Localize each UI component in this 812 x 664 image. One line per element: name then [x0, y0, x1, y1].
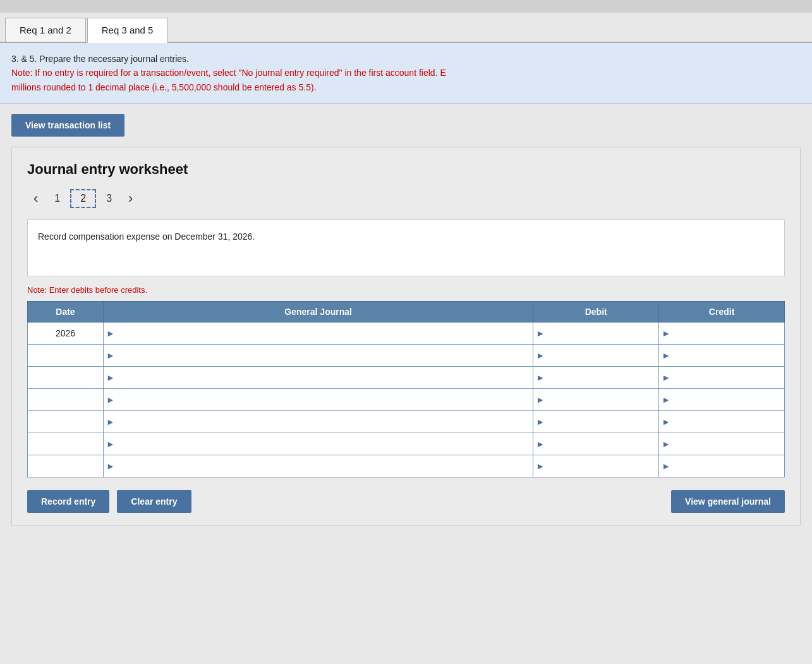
credit-cell-0[interactable]: ►: [659, 323, 785, 345]
worksheet-card: Journal entry worksheet ‹ 1 2 3 › Record…: [11, 147, 801, 526]
expand-arrow-icon: ►: [659, 328, 673, 338]
clear-entry-button[interactable]: Clear entry: [117, 490, 191, 513]
credit-cell-5[interactable]: ►: [659, 433, 785, 455]
record-entry-button[interactable]: Record entry: [27, 490, 109, 513]
journal-input-4[interactable]: [118, 411, 533, 433]
table-row: ►►►: [28, 433, 785, 455]
page-2[interactable]: 2: [70, 189, 96, 208]
col-header-date: Date: [28, 302, 104, 323]
debit-input-6[interactable]: [547, 455, 658, 477]
tab-req1and2[interactable]: Req 1 and 2: [5, 18, 86, 42]
expand-arrow-icon: ►: [533, 372, 547, 383]
expand-arrow-icon: ►: [533, 350, 547, 360]
expand-arrow-icon: ►: [533, 439, 547, 449]
date-cell-0: 2026: [28, 323, 104, 345]
journal-input-3[interactable]: [118, 389, 533, 410]
col-header-debit: Debit: [533, 302, 659, 323]
next-page-button[interactable]: ›: [122, 188, 139, 209]
debit-input-1[interactable]: [547, 345, 658, 366]
instructions-box: 3. & 5. Prepare the necessary journal en…: [0, 43, 812, 104]
worksheet-title: Journal entry worksheet: [27, 161, 785, 178]
credit-input-3[interactable]: [673, 389, 784, 410]
expand-arrow-icon: ►: [659, 395, 673, 405]
journal-cell-0[interactable]: ►: [104, 323, 533, 345]
date-cell-3: [28, 389, 104, 411]
expand-arrow-icon: ►: [533, 328, 547, 338]
expand-arrow-icon: ►: [659, 439, 673, 449]
journal-table: Date General Journal Debit Credit 2026►►…: [27, 301, 785, 477]
date-cell-5: [28, 433, 104, 455]
credit-cell-4[interactable]: ►: [659, 411, 785, 433]
debit-cell-2[interactable]: ►: [533, 367, 659, 389]
credit-cell-1[interactable]: ►: [659, 345, 785, 367]
debit-input-5[interactable]: [547, 433, 658, 455]
expand-arrow-icon: ►: [533, 461, 547, 471]
credit-input-5[interactable]: [673, 433, 784, 455]
expand-arrow-icon: ►: [104, 395, 118, 405]
top-bar: [0, 0, 812, 13]
expand-arrow-icon: ►: [104, 328, 118, 338]
date-cell-4: [28, 411, 104, 433]
page-1[interactable]: 1: [44, 189, 70, 208]
journal-cell-6[interactable]: ►: [104, 455, 533, 477]
journal-cell-5[interactable]: ►: [104, 433, 533, 455]
debit-cell-1[interactable]: ►: [533, 345, 659, 367]
journal-input-0[interactable]: [118, 323, 533, 344]
view-transaction-list-button[interactable]: View transaction list: [11, 114, 124, 137]
table-row: ►►►: [28, 345, 785, 367]
credit-cell-2[interactable]: ►: [659, 367, 785, 389]
journal-input-2[interactable]: [118, 367, 533, 388]
journal-input-6[interactable]: [118, 455, 533, 477]
transaction-description: Record compensation expense on December …: [27, 219, 785, 276]
page-3[interactable]: 3: [96, 189, 122, 208]
debit-input-4[interactable]: [547, 411, 658, 433]
date-cell-1: [28, 345, 104, 367]
credit-cell-3[interactable]: ►: [659, 389, 785, 411]
expand-arrow-icon: ►: [659, 417, 673, 427]
instruction-title: 3. & 5. Prepare the necessary journal en…: [11, 52, 801, 66]
journal-cell-2[interactable]: ►: [104, 367, 533, 389]
credit-input-6[interactable]: [673, 455, 784, 477]
tabs-container: Req 1 and 2 Req 3 and 5: [0, 13, 812, 43]
expand-arrow-icon: ►: [659, 461, 673, 471]
note-debits: Note: Enter debits before credits.: [27, 285, 785, 295]
tab-req3and5[interactable]: Req 3 and 5: [87, 18, 168, 43]
debit-input-2[interactable]: [547, 367, 658, 388]
date-cell-6: [28, 455, 104, 477]
journal-cell-4[interactable]: ►: [104, 411, 533, 433]
view-transaction-btn-area: View transaction list: [0, 104, 812, 147]
debit-cell-5[interactable]: ►: [533, 433, 659, 455]
credit-input-1[interactable]: [673, 345, 784, 366]
credit-input-2[interactable]: [673, 367, 784, 388]
journal-input-1[interactable]: [118, 345, 533, 366]
expand-arrow-icon: ►: [533, 395, 547, 405]
debit-cell-3[interactable]: ►: [533, 389, 659, 411]
credit-cell-6[interactable]: ►: [659, 455, 785, 477]
credit-input-4[interactable]: [673, 411, 784, 433]
expand-arrow-icon: ►: [533, 417, 547, 427]
journal-cell-3[interactable]: ►: [104, 389, 533, 411]
expand-arrow-icon: ►: [659, 350, 673, 360]
date-cell-2: [28, 367, 104, 389]
debit-input-0[interactable]: [547, 323, 658, 344]
table-row: 2026►►►: [28, 323, 785, 345]
credit-input-0[interactable]: [673, 323, 784, 344]
expand-arrow-icon: ►: [104, 350, 118, 360]
expand-arrow-icon: ►: [104, 439, 118, 449]
debit-cell-4[interactable]: ►: [533, 411, 659, 433]
debit-input-3[interactable]: [547, 389, 658, 410]
view-general-journal-button[interactable]: View general journal: [671, 490, 785, 513]
page-navigation: ‹ 1 2 3 ›: [27, 188, 785, 209]
journal-cell-1[interactable]: ►: [104, 345, 533, 367]
worksheet-container: Journal entry worksheet ‹ 1 2 3 › Record…: [0, 147, 812, 538]
table-row: ►►►: [28, 411, 785, 433]
debit-cell-6[interactable]: ►: [533, 455, 659, 477]
instruction-note-1: Note: If no entry is required for a tran…: [11, 66, 801, 80]
col-header-journal: General Journal: [104, 302, 533, 323]
journal-input-5[interactable]: [118, 433, 533, 455]
table-row: ►►►: [28, 455, 785, 477]
instruction-note-2: millions rounded to 1 decimal place (i.e…: [11, 80, 801, 94]
expand-arrow-icon: ►: [104, 461, 118, 471]
prev-page-button[interactable]: ‹: [27, 188, 44, 209]
debit-cell-0[interactable]: ►: [533, 323, 659, 345]
